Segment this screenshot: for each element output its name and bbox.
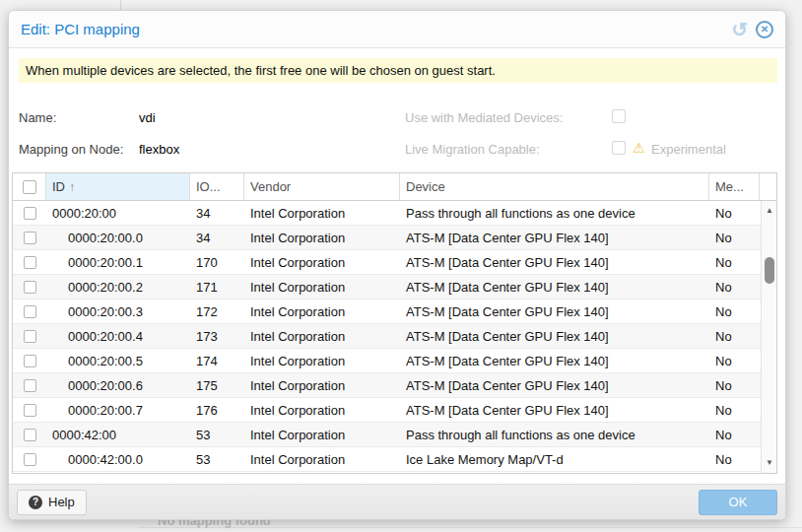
cell-iommu-group: 176 (190, 403, 244, 418)
edit-pci-mapping-dialog: Edit: PCI mapping ↺ ✕ When multiple devi… (8, 10, 786, 520)
vertical-scrollbar[interactable]: ▲ ▼ (761, 201, 776, 473)
cell-mediated: No (709, 354, 760, 368)
node-label: Mapping on Node: (19, 142, 123, 157)
cell-device: ATS-M [Data Center GPU Flex 140] (400, 354, 709, 368)
cell-iommu-group: 53 (190, 452, 244, 467)
scrollbar-thumb[interactable] (765, 257, 774, 284)
live-migration-checkbox (612, 141, 626, 155)
table-body: 0000:20:00 34 Intel Corporation Pass thr… (13, 201, 776, 473)
row-checkbox[interactable] (24, 330, 36, 343)
cell-vendor: Intel Corporation (244, 329, 400, 344)
cell-vendor: Intel Corporation (244, 378, 400, 393)
close-icon[interactable]: ✕ (756, 21, 773, 38)
multi-device-hint: When multiple devices are selected, the … (19, 58, 777, 83)
table-row[interactable]: 0000:20:00.4 173 Intel Corporation ATS-M… (13, 324, 761, 349)
cell-id: 0000:20:00.6 (46, 378, 190, 393)
help-icon: ? (29, 496, 42, 509)
sort-asc-icon: ↑ (69, 180, 75, 194)
warning-icon: ⚠ (633, 141, 645, 155)
column-header-vendor[interactable]: Vendor (244, 173, 400, 200)
cell-id: 0000:20:00.1 (46, 255, 190, 270)
header-select-all-cell[interactable] (13, 173, 46, 200)
cell-iommu-group: 171 (190, 280, 244, 295)
cell-device: ATS-M [Data Center GPU Flex 140] (400, 231, 709, 245)
table-row[interactable]: 0000:20:00.5 174 Intel Corporation ATS-M… (13, 349, 761, 373)
table-row[interactable]: 0000:20:00.3 172 Intel Corporation ATS-M… (13, 299, 761, 324)
dialog-footer: ? Help OK (9, 484, 785, 519)
cell-device: ATS-M [Data Center GPU Flex 140] (400, 304, 709, 319)
cell-iommu-group: 175 (190, 378, 244, 393)
cell-id: 0000:20:00.4 (46, 329, 190, 344)
cell-mediated: No (709, 329, 760, 344)
cell-iommu-group: 34 (190, 231, 244, 245)
dialog-titlebar: Edit: PCI mapping ↺ ✕ (9, 11, 785, 48)
cell-mediated: No (709, 280, 760, 295)
scroll-up-icon[interactable]: ▲ (762, 203, 776, 219)
row-checkbox[interactable] (24, 281, 36, 294)
table-header-row: ID ↑ IO... Vendor Device Me... (13, 173, 776, 201)
row-checkbox[interactable] (24, 355, 36, 367)
cell-mediated: No (709, 452, 760, 467)
cell-id: 0000:20:00.5 (46, 354, 190, 368)
cell-device: ATS-M [Data Center GPU Flex 140] (400, 280, 709, 295)
column-header-iommu[interactable]: IO... (190, 173, 244, 200)
help-button[interactable]: ? Help (17, 490, 87, 515)
cell-iommu-group: 170 (190, 255, 244, 270)
cell-device: Pass through all functions as one device (400, 428, 709, 442)
cell-device: ATS-M [Data Center GPU Flex 140] (400, 255, 709, 270)
table-row[interactable]: 0000:20:00.2 171 Intel Corporation ATS-M… (13, 275, 761, 299)
mediated-devices-label: Use with Mediated Devices: (405, 110, 563, 125)
table-row[interactable]: 0000:42:00.0 53 Intel Corporation Ice La… (13, 447, 761, 472)
name-value: vdi (139, 110, 156, 125)
cell-mediated: No (709, 403, 760, 418)
help-button-label: Help (48, 495, 75, 509)
cell-mediated: No (709, 304, 760, 319)
reset-icon[interactable]: ↺ (731, 20, 748, 39)
cell-mediated: No (709, 428, 760, 442)
row-checkbox[interactable] (24, 379, 36, 392)
ok-button[interactable]: OK (699, 490, 777, 515)
row-checkbox[interactable] (24, 305, 36, 318)
cell-device: ATS-M [Data Center GPU Flex 140] (400, 329, 709, 344)
cell-mediated: No (709, 255, 760, 270)
row-checkbox[interactable] (24, 404, 36, 417)
table-row[interactable]: 0000:20:00.1 170 Intel Corporation ATS-M… (13, 250, 761, 275)
dialog-title: Edit: PCI mapping (21, 21, 140, 37)
cell-device: Ice Lake Memory Map/VT-d (400, 452, 709, 467)
cell-id: 0000:20:00.3 (46, 304, 190, 319)
row-checkbox[interactable] (24, 429, 36, 441)
cell-device: ATS-M [Data Center GPU Flex 140] (400, 378, 709, 393)
select-all-checkbox[interactable] (23, 180, 36, 194)
name-label: Name: (19, 110, 56, 125)
table-row[interactable]: 0000:20:00.0 34 Intel Corporation ATS-M … (13, 226, 761, 250)
table-row[interactable]: 0000:42:00 53 Intel Corporation Pass thr… (13, 423, 761, 447)
cell-vendor: Intel Corporation (244, 354, 400, 368)
column-header-device[interactable]: Device (400, 173, 709, 200)
cell-mediated: No (709, 206, 760, 221)
node-value: flexbox (139, 142, 179, 157)
cell-iommu-group: 34 (190, 206, 244, 221)
cell-id: 0000:20:00.2 (46, 280, 190, 295)
table-row[interactable]: 0000:20:00 34 Intel Corporation Pass thr… (13, 201, 761, 226)
table-row[interactable]: 0000:20:00.6 175 Intel Corporation ATS-M… (13, 373, 761, 398)
cell-vendor: Intel Corporation (244, 304, 400, 319)
cell-vendor: Intel Corporation (244, 206, 400, 221)
row-checkbox[interactable] (24, 256, 36, 269)
cell-vendor: Intel Corporation (244, 452, 400, 467)
column-header-id[interactable]: ID ↑ (46, 173, 190, 200)
row-checkbox[interactable] (24, 453, 36, 466)
row-checkbox[interactable] (24, 232, 36, 244)
column-header-mediated[interactable]: Me... (709, 173, 760, 200)
cell-iommu-group: 174 (190, 354, 244, 368)
row-checkbox[interactable] (24, 207, 36, 220)
header-scrollbar-spacer (760, 173, 775, 200)
cell-device: Pass through all functions as one device (400, 206, 709, 221)
cell-id: 0000:20:00.7 (46, 403, 190, 418)
scroll-down-icon[interactable]: ▼ (762, 455, 776, 471)
cell-vendor: Intel Corporation (244, 403, 400, 418)
table-row[interactable]: 0000:20:00.7 176 Intel Corporation ATS-M… (13, 398, 761, 423)
cell-mediated: No (709, 378, 760, 393)
cell-iommu-group: 173 (190, 329, 244, 344)
background-divider (120, 0, 121, 10)
cell-id: 0000:42:00 (46, 428, 190, 442)
